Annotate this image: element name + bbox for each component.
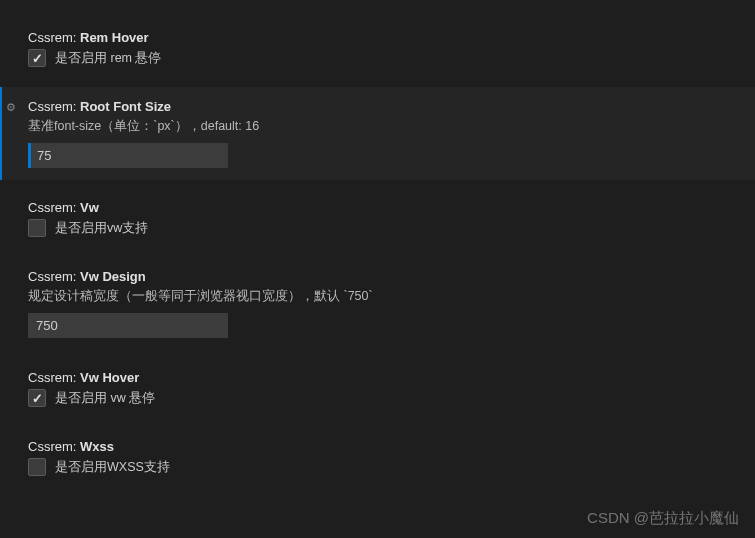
setting-title: Cssrem: Wxss <box>28 439 735 454</box>
checkbox-row: 是否启用vw支持 <box>28 219 735 237</box>
watermark: CSDN @芭拉拉小魔仙 <box>587 509 739 528</box>
checkbox-label: 是否启用 rem 悬停 <box>55 50 161 67</box>
checkbox-rem-hover[interactable] <box>28 49 46 67</box>
checkbox-row: 是否启用 vw 悬停 <box>28 389 735 407</box>
setting-vw: Cssrem: Vw 是否启用vw支持 <box>0 188 755 249</box>
setting-rem-hover: Cssrem: Rem Hover 是否启用 rem 悬停 <box>0 18 755 79</box>
setting-vw-design: Cssrem: Vw Design 规定设计稿宽度（一般等同于浏览器视口宽度），… <box>0 257 755 350</box>
checkbox-vw-hover[interactable] <box>28 389 46 407</box>
setting-description: 基准font-size（单位：`px`），default: 16 <box>28 118 735 135</box>
setting-prefix: Cssrem: <box>28 30 80 45</box>
setting-vw-hover: Cssrem: Vw Hover 是否启用 vw 悬停 <box>0 358 755 419</box>
checkbox-wxss[interactable] <box>28 458 46 476</box>
gear-icon[interactable]: ⚙ <box>6 101 16 114</box>
setting-name: Wxss <box>80 439 114 454</box>
checkbox-vw[interactable] <box>28 219 46 237</box>
setting-name: Rem Hover <box>80 30 149 45</box>
checkbox-row: 是否启用 rem 悬停 <box>28 49 735 67</box>
setting-wxss: Cssrem: Wxss 是否启用WXSS支持 <box>0 427 755 488</box>
setting-title: Cssrem: Vw Hover <box>28 370 735 385</box>
setting-name: Vw <box>80 200 99 215</box>
setting-title: Cssrem: Vw <box>28 200 735 215</box>
vw-design-input[interactable] <box>28 313 228 338</box>
settings-container: Cssrem: Rem Hover 是否启用 rem 悬停 ⚙ Cssrem: … <box>0 18 755 488</box>
setting-name: Root Font Size <box>80 99 171 114</box>
root-font-size-input[interactable] <box>28 143 228 168</box>
setting-title: Cssrem: Vw Design <box>28 269 735 284</box>
checkbox-label: 是否启用 vw 悬停 <box>55 390 155 407</box>
setting-name: Vw Design <box>80 269 146 284</box>
setting-root-font-size: ⚙ Cssrem: Root Font Size 基准font-size（单位：… <box>0 87 755 180</box>
checkbox-label: 是否启用vw支持 <box>55 220 148 237</box>
checkbox-row: 是否启用WXSS支持 <box>28 458 735 476</box>
setting-name: Vw Hover <box>80 370 139 385</box>
setting-description: 规定设计稿宽度（一般等同于浏览器视口宽度），默认 `750` <box>28 288 735 305</box>
setting-prefix: Cssrem: <box>28 99 80 114</box>
checkbox-label: 是否启用WXSS支持 <box>55 459 170 476</box>
setting-title: Cssrem: Root Font Size <box>28 99 735 114</box>
setting-prefix: Cssrem: <box>28 200 80 215</box>
setting-prefix: Cssrem: <box>28 439 80 454</box>
setting-prefix: Cssrem: <box>28 269 80 284</box>
setting-title: Cssrem: Rem Hover <box>28 30 735 45</box>
setting-prefix: Cssrem: <box>28 370 80 385</box>
